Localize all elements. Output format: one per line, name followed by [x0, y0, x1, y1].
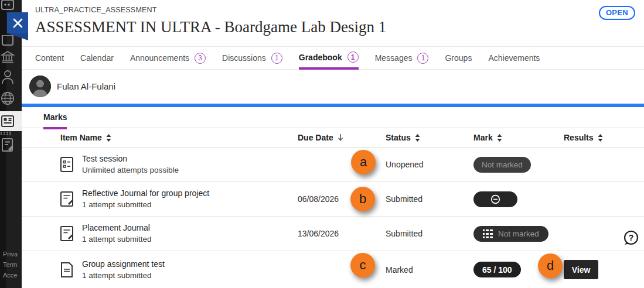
status-cell: Submitted — [386, 229, 473, 238]
sort-desc-icon — [338, 134, 343, 141]
sidebar-footer-links: Priva Term Acce — [0, 249, 22, 280]
profile-icon[interactable] — [1, 70, 15, 84]
annotation-marker-c: c — [350, 253, 375, 277]
status-cell: Marked — [386, 265, 473, 275]
messages-count-badge: 1 — [417, 53, 428, 64]
help-icon[interactable]: ? — [622, 229, 640, 247]
status-cell: Submitted — [386, 194, 473, 204]
close-course-button[interactable] — [7, 12, 28, 33]
item-title[interactable]: Test session — [82, 153, 179, 164]
gradebook-subtabs: Marks — [22, 107, 644, 128]
activity-stream-icon[interactable] — [1, 0, 15, 12]
gradebook-count-badge: 1 — [347, 52, 359, 63]
mark-pill-not-marked[interactable]: Not marked — [473, 157, 531, 173]
accessibility-link[interactable]: Acce — [0, 270, 22, 280]
navigation-sidebar: Priva Term Acce — [0, 0, 22, 288]
status-cell: Unopened — [386, 160, 473, 169]
grades-icon[interactable] — [1, 114, 15, 128]
student-name: Fulan Al-Fulani — [57, 81, 115, 91]
sort-both-icon — [415, 134, 420, 142]
globe-icon[interactable] — [1, 91, 15, 105]
page-title: ASSESSMENT IN ULTRA - Boardgame Lab Desi… — [35, 18, 386, 36]
tab-announcements[interactable]: Announcements3 — [130, 47, 206, 69]
table-row-test-session: Test session Unlimited attempts possible… — [22, 148, 644, 182]
mark-pill-rubric-not-marked[interactable]: Not marked — [473, 226, 548, 242]
terms-link[interactable]: Term — [0, 259, 22, 270]
view-button[interactable]: View — [564, 260, 598, 279]
breadcrumb: ULTRA_PRACTICE_ASSESSMENT — [35, 6, 157, 14]
mark-pill-ungraded[interactable] — [473, 191, 517, 207]
tab-achievements[interactable]: Achievements — [488, 47, 540, 69]
annotation-marker-d: d — [538, 253, 563, 278]
tab-calendar[interactable]: Calendar — [80, 47, 114, 69]
course-status-badge[interactable]: OPEN — [599, 6, 635, 20]
tab-discussions[interactable]: Discussions1 — [222, 47, 282, 69]
journal-icon — [59, 191, 74, 207]
item-subtitle: 1 attempt submitted — [82, 199, 209, 210]
avatar — [29, 76, 51, 97]
rubric-grid-icon — [483, 229, 493, 238]
column-header-mark[interactable]: Mark — [473, 133, 564, 142]
item-subtitle: 1 attempt submitted — [82, 234, 152, 245]
table-row-placement-journal: Placement Journal 1 attempt submitted 13… — [22, 217, 644, 251]
course-tabs: Content Calendar Announcements3 Discussi… — [22, 46, 644, 70]
discussions-count-badge: 1 — [271, 53, 282, 64]
due-date-cell: 13/06/2026 — [298, 229, 386, 238]
column-header-item-name[interactable]: Item Name — [22, 133, 298, 142]
column-header-due-date[interactable]: Due Date — [298, 133, 386, 142]
tab-content[interactable]: Content — [35, 47, 64, 69]
close-icon — [13, 18, 23, 28]
tab-marks[interactable]: Marks — [43, 112, 67, 129]
course-main-panel: ULTRA_PRACTICE_ASSESSMENT ASSESSMENT IN … — [22, 0, 644, 288]
item-title[interactable]: Placement Journal — [82, 222, 152, 234]
tab-groups[interactable]: Groups — [445, 47, 472, 69]
annotation-marker-a: a — [351, 150, 376, 174]
sort-both-icon — [106, 134, 111, 142]
column-header-status[interactable]: Status — [386, 133, 473, 142]
annotation-marker-b: b — [350, 187, 375, 211]
table-row-reflective-journal: Reflective Journal for group project 1 a… — [22, 182, 644, 217]
item-subtitle: 1 attempt submitted — [82, 270, 165, 281]
tools-icon[interactable] — [1, 138, 15, 152]
document-icon — [59, 262, 74, 278]
announcements-count-badge: 3 — [195, 53, 206, 64]
test-icon — [59, 156, 74, 173]
item-subtitle: Unlimited attempts possible — [82, 164, 179, 176]
mark-pill-score[interactable]: 65 / 100 — [473, 262, 521, 277]
tab-messages[interactable]: Messages1 — [375, 47, 429, 69]
svg-text:?: ? — [629, 233, 634, 242]
tab-gradebook[interactable]: Gradebook1 — [299, 47, 359, 70]
sort-both-icon — [497, 134, 502, 142]
institution-icon[interactable] — [1, 50, 15, 64]
gradebook-table-header: Item Name Due Date Status Mark Results — [22, 128, 644, 148]
item-title[interactable]: Reflective Journal for group project — [82, 188, 209, 199]
calendar-partial-icon[interactable] — [1, 34, 15, 48]
privacy-link[interactable]: Priva — [0, 249, 22, 259]
sort-both-icon — [598, 134, 603, 142]
item-title[interactable]: Group assignment test — [82, 259, 165, 270]
journal-icon — [59, 225, 74, 242]
student-row: Fulan Al-Fulani — [22, 70, 644, 104]
minus-circle-icon — [490, 194, 500, 204]
column-header-results[interactable]: Results — [564, 133, 644, 142]
admin-dots-icon[interactable] — [1, 130, 15, 137]
